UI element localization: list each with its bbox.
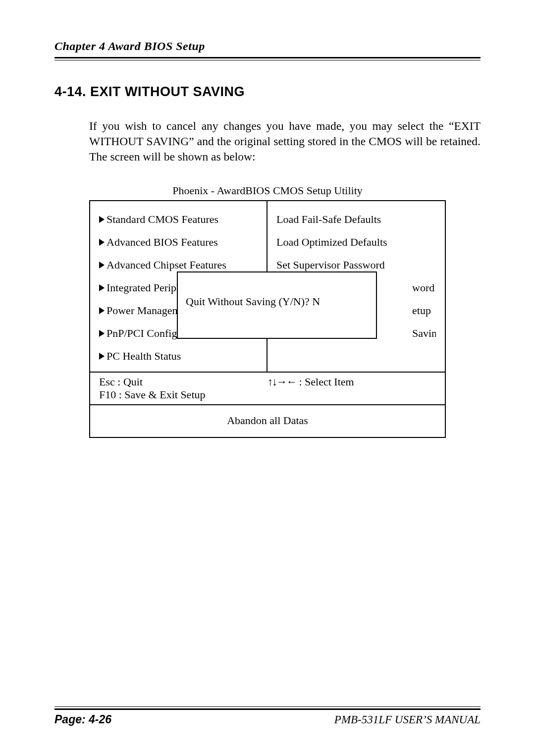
page-footer: Page: 4-26 PMB-531LF USER’S MANUAL (54, 706, 481, 726)
page-number: Page: 4-26 (54, 713, 111, 726)
quit-dialog[interactable]: Quit Without Saving (Y/N)? N (177, 271, 377, 339)
footer-rule (54, 706, 481, 710)
menu-label: Load Optimized Defaults (276, 236, 387, 249)
menu-advanced-chipset[interactable]: Advanced Chipset Features (99, 259, 258, 271)
triangle-icon (99, 330, 105, 337)
menu-label: Advanced BIOS Features (107, 236, 218, 249)
bios-footer: Abandon all Datas (90, 404, 445, 437)
page-header: Chapter 4 Award BIOS Setup (54, 40, 481, 56)
header-rule (54, 57, 481, 60)
nav-f10: F10 : Save & Exit Setup (99, 388, 268, 401)
section-body: If you wish to cancel any changes you ha… (89, 118, 481, 164)
menu-optimized-defaults[interactable]: Load Optimized Defaults (276, 236, 436, 249)
menu-label: Saving (412, 327, 436, 340)
menu-advanced-bios[interactable]: Advanced BIOS Features (99, 236, 258, 249)
triangle-icon (99, 307, 105, 314)
bios-window: Standard CMOS Features Advanced BIOS Fea… (89, 200, 446, 438)
section-title: 4-14. EXIT WITHOUT SAVING (54, 84, 481, 100)
manual-name: PMB-531LF USER’S MANUAL (334, 713, 481, 726)
menu-label: Load Fail-Safe Defaults (276, 213, 381, 226)
bios-nav-bar: Esc : Quit F10 : Save & Exit Setup ↑↓→← … (90, 372, 445, 404)
triangle-icon (99, 216, 105, 223)
triangle-icon (99, 284, 105, 291)
triangle-icon (99, 239, 105, 246)
menu-standard-cmos[interactable]: Standard CMOS Features (99, 213, 258, 226)
menu-label: PC Health Status (107, 350, 181, 363)
menu-label: word (412, 281, 434, 294)
bios-caption: Phoenix - AwardBIOS CMOS Setup Utility (54, 184, 481, 197)
nav-esc: Esc : Quit (99, 376, 268, 388)
menu-label: Advanced Chipset Features (107, 259, 226, 271)
menu-supervisor-password[interactable]: Set Supervisor Password (276, 259, 436, 271)
menu-label: Standard CMOS Features (107, 213, 218, 226)
menu-pc-health[interactable]: PC Health Status (99, 350, 258, 363)
triangle-icon (99, 353, 105, 360)
menu-label: etup (412, 304, 431, 317)
menu-failsafe-defaults[interactable]: Load Fail-Safe Defaults (276, 213, 436, 226)
nav-select: : Select Item (296, 376, 354, 388)
menu-label: Set Supervisor Password (276, 259, 385, 271)
triangle-icon (99, 262, 105, 269)
arrow-icons: ↑↓→← (268, 376, 296, 388)
dialog-text: Quit Without Saving (Y/N)? N (186, 295, 320, 308)
